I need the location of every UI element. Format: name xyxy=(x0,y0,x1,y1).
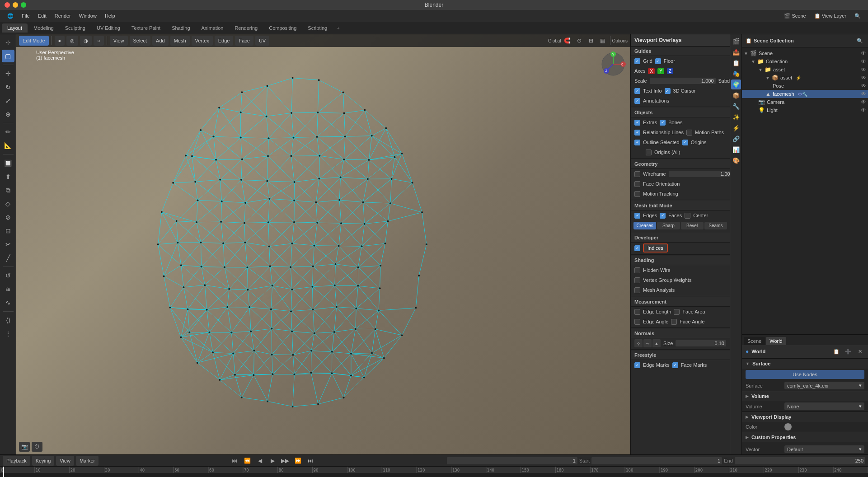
tool-bisect[interactable]: ╱ xyxy=(2,252,14,264)
outline-checkbox[interactable] xyxy=(634,140,640,145)
scene-select[interactable]: 🎬 Scene xyxy=(780,12,809,20)
tool-select[interactable]: ▢ xyxy=(2,50,14,62)
face-normals-icon[interactable]: ▲ xyxy=(652,339,661,347)
tool-bevel[interactable]: ◇ xyxy=(2,197,14,210)
vtab-physics[interactable]: ⚡ xyxy=(731,123,741,133)
tab-seams[interactable]: Seams xyxy=(704,222,727,229)
meshanalysis-checkbox[interactable] xyxy=(634,287,640,293)
custom-props-header[interactable]: ▶ Custom Properties xyxy=(742,432,868,442)
tool-rip[interactable]: ⋮ xyxy=(2,327,14,340)
tab-bevel[interactable]: Bevel xyxy=(681,222,704,229)
navigation-gizmo[interactable]: X Y Z xyxy=(600,51,627,78)
split-normals-icon[interactable]: ⊸ xyxy=(643,339,652,347)
vtab-modifier[interactable]: 🔧 xyxy=(731,101,741,111)
playback-menu[interactable]: Playback xyxy=(3,456,30,466)
vertexweights-checkbox[interactable] xyxy=(634,277,640,283)
overlay-button[interactable]: ⊞ xyxy=(586,36,596,46)
tool-knife[interactable]: ✂ xyxy=(2,238,14,251)
use-nodes-button[interactable]: Use Nodes xyxy=(746,370,864,379)
viewport-shading-wireframe[interactable]: ◎ xyxy=(66,36,78,46)
next-frame-button[interactable]: ▶▶ xyxy=(280,456,291,466)
edges-checkbox[interactable] xyxy=(634,213,640,219)
tree-asset-object[interactable]: ▼ 📦 asset ⚡ 👁 xyxy=(742,74,868,82)
motiontracking-checkbox[interactable] xyxy=(634,191,640,197)
workspace-tab-rendering[interactable]: Rendering xyxy=(229,23,263,33)
vtab-render[interactable]: 🎬 xyxy=(731,36,741,46)
tool-offset-edge[interactable]: ⊟ xyxy=(2,224,14,237)
tree-facemesh[interactable]: ▲ facemesh ⚙🔧 👁 xyxy=(742,90,868,98)
minimize-button[interactable] xyxy=(13,2,18,8)
textinfo-checkbox[interactable] xyxy=(634,88,640,94)
scale-field[interactable] xyxy=(650,78,716,84)
faceangle-checkbox[interactable] xyxy=(671,319,677,325)
viewport-display-header[interactable]: ▶ Viewport Display xyxy=(742,412,868,422)
workspace-tab-modeling[interactable]: Modeling xyxy=(28,23,59,33)
tree-pose[interactable]: Pose 👁 xyxy=(742,82,868,90)
workspace-tab-compositing[interactable]: Compositing xyxy=(263,23,302,33)
tool-loop-cut[interactable]: ⊘ xyxy=(2,211,14,224)
camera-visibility[interactable]: 👁 xyxy=(861,99,866,105)
tool-inset[interactable]: ⧉ xyxy=(2,184,14,196)
edgelength-checkbox[interactable] xyxy=(634,309,640,315)
select-button[interactable]: Select xyxy=(130,36,151,46)
tool-relax[interactable]: ∿ xyxy=(2,296,14,309)
bones-checkbox[interactable] xyxy=(660,120,666,126)
tool-smooth[interactable]: ≋ xyxy=(2,283,14,295)
view-layer-select[interactable]: 📋 View Layer xyxy=(811,12,850,20)
axis-y[interactable]: Y xyxy=(657,68,664,74)
workspace-tab-sculpting[interactable]: Sculpting xyxy=(60,23,91,33)
vtab-object[interactable]: 📦 xyxy=(731,90,741,100)
asset-visibility[interactable]: 👁 xyxy=(861,75,866,81)
wireframe-value[interactable] xyxy=(669,171,730,177)
uv-button[interactable]: UV xyxy=(255,36,269,46)
vtab-scene[interactable]: 🎭 xyxy=(731,69,741,79)
edit-mode-button[interactable]: Edit Mode xyxy=(19,36,49,46)
grid-checkbox[interactable] xyxy=(634,58,640,64)
viewport-shading-solid[interactable]: ● xyxy=(55,36,65,46)
tool-extrude[interactable]: ⬆ xyxy=(2,170,14,183)
surface-header[interactable]: ▼ Surface xyxy=(742,359,868,369)
originsall-checkbox[interactable] xyxy=(646,150,652,155)
vtab-world[interactable]: 🌍 xyxy=(731,80,741,89)
volume-header[interactable]: ▶ Volume xyxy=(742,391,868,401)
view-button[interactable]: View xyxy=(110,36,128,46)
world-new-button[interactable]: ➕ xyxy=(844,347,853,356)
menu-render[interactable]: Render xyxy=(51,12,75,20)
tab-sharp[interactable]: Sharp xyxy=(657,222,680,229)
workspace-tab-shading[interactable]: Shading xyxy=(166,23,195,33)
cursor3d-checkbox[interactable] xyxy=(665,88,671,94)
faces-checkbox[interactable] xyxy=(660,213,666,219)
floor-checkbox[interactable] xyxy=(655,58,661,64)
timeline-content[interactable] xyxy=(0,467,868,477)
viewport-shading-material[interactable]: ◑ xyxy=(80,36,92,46)
edgemarks-checkbox[interactable] xyxy=(634,362,640,368)
snapping-button[interactable]: 🧲 xyxy=(562,36,573,46)
maximize-button[interactable] xyxy=(21,2,26,8)
view-timeline-button[interactable]: ⏱ xyxy=(32,442,42,452)
close-button[interactable] xyxy=(5,2,10,8)
asset-collection-visibility[interactable]: 👁 xyxy=(861,66,866,73)
edgeangle-checkbox[interactable] xyxy=(634,319,640,325)
workspace-tab-animation[interactable]: Animation xyxy=(196,23,229,33)
world-tab[interactable]: World xyxy=(766,337,786,345)
vtab-particles[interactable]: ✨ xyxy=(731,112,741,122)
axis-z[interactable]: Z xyxy=(667,68,673,74)
world-browse-button[interactable]: 📋 xyxy=(832,347,841,356)
viewport[interactable]: Edit Mode ● ◎ ◑ ○ View Select Add Mesh V… xyxy=(16,34,630,454)
normals-size-field[interactable] xyxy=(676,340,726,346)
next-keyframe-button[interactable]: ⏩ xyxy=(292,456,303,466)
menu-edit[interactable]: Edit xyxy=(34,12,50,20)
facemesh-visibility[interactable]: 👁 xyxy=(861,91,866,97)
vertex-normals-icon[interactable]: ⊹ xyxy=(634,339,643,347)
vector-dropdown[interactable]: Default ▾ xyxy=(784,445,864,453)
tool-transform[interactable]: ⊕ xyxy=(2,108,14,121)
tool-move[interactable]: ✛ xyxy=(2,67,14,80)
origins-checkbox[interactable] xyxy=(682,140,688,145)
tree-camera[interactable]: 📷 Camera 👁 xyxy=(742,98,868,106)
view-camera-button[interactable]: 📷 xyxy=(19,442,30,452)
tree-scene[interactable]: ▼ 🎬 Scene 👁 xyxy=(742,49,868,57)
menu-blender[interactable]: 🌐 xyxy=(4,12,17,20)
vtab-constraints[interactable]: 🔗 xyxy=(731,134,741,144)
tool-spin[interactable]: ↺ xyxy=(2,269,14,282)
tool-shear[interactable]: ⟨⟩ xyxy=(2,314,14,327)
